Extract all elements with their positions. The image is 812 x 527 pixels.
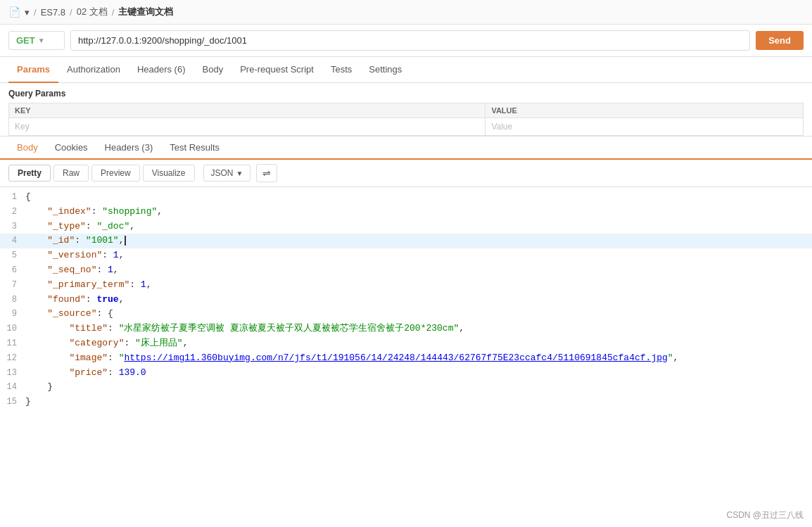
tab-authorization[interactable]: Authorization [58, 57, 129, 83]
breadcrumb-arrow[interactable]: ▾ [25, 7, 30, 18]
file-icon: 📄 [8, 6, 20, 18]
tab-tests[interactable]: Tests [322, 57, 360, 83]
breadcrumb-current: 主键查询文档 [118, 6, 173, 18]
code-line-11: 11 "category": "床上用品", [0, 336, 812, 351]
res-tab-cookies[interactable]: Cookies [46, 136, 96, 160]
res-tab-body[interactable]: Body [8, 136, 46, 160]
tab-pre-request[interactable]: Pre-request Script [231, 57, 322, 83]
code-line-2: 2 "_index": "shopping", [0, 205, 812, 220]
chevron-format-icon: ▼ [236, 170, 243, 177]
code-area[interactable]: 1 { 2 "_index": "shopping", 3 "_type": "… [0, 187, 812, 486]
query-params-title: Query Params [8, 89, 804, 99]
params-row-empty: Key Value [9, 118, 804, 136]
breadcrumb-root[interactable]: ES7.8 [41, 7, 65, 18]
tab-params[interactable]: Params [8, 57, 58, 83]
res-tab-test-results[interactable]: Test Results [161, 136, 228, 160]
url-input[interactable] [70, 30, 750, 51]
col-value: VALUE [486, 103, 804, 118]
tab-body[interactable]: Body [194, 57, 232, 83]
code-line-1: 1 { [0, 190, 812, 205]
code-line-10: 10 "title": "水星家纺被子夏季空调被 夏凉被夏天被子双人夏被被芯学生… [0, 322, 812, 336]
code-line-4: 4 "_id": "1001", [0, 234, 812, 248]
send-button[interactable]: Send [756, 31, 804, 50]
res-tab-headers[interactable]: Headers (3) [96, 136, 162, 160]
url-bar: GET ▼ Send [0, 25, 812, 57]
view-pretty[interactable]: Pretty [8, 165, 51, 182]
code-line-5: 5 "_version": 1, [0, 248, 812, 263]
breadcrumb: 📄 ▾ / ES7.8 / 02 文档 / 主键查询文档 [0, 0, 812, 25]
request-tabs: Params Authorization Headers (6) Body Pr… [0, 57, 812, 83]
chevron-down-icon: ▼ [38, 37, 45, 44]
code-line-8: 8 "found": true, [0, 293, 812, 307]
code-line-13: 13 "price": 139.0 [0, 366, 812, 381]
query-params-section: Query Params KEY VALUE Key Value [0, 83, 812, 136]
code-line-12: 12 "image": "https://img11.360buyimg.com… [0, 351, 812, 366]
col-key: KEY [9, 103, 486, 118]
watermark: CSDN @丑过三八线 [726, 509, 804, 521]
params-key-input[interactable]: Key [9, 118, 486, 136]
code-line-3: 3 "_type": "_doc", [0, 220, 812, 234]
response-toolbar: Pretty Raw Preview Visualize JSON ▼ ⇌ [0, 160, 812, 187]
format-dropdown[interactable]: JSON ▼ [203, 165, 251, 182]
format-label: JSON [211, 168, 234, 178]
view-visualize[interactable]: Visualize [143, 165, 195, 182]
tab-settings[interactable]: Settings [360, 57, 410, 83]
view-raw[interactable]: Raw [53, 165, 89, 182]
breadcrumb-folder[interactable]: 02 文档 [77, 6, 108, 18]
method-label: GET [16, 35, 35, 46]
code-line-15: 15 } [0, 395, 812, 409]
params-value-input[interactable]: Value [486, 118, 804, 136]
method-dropdown[interactable]: GET ▼ [8, 31, 65, 50]
code-line-7: 7 "_primary_term": 1, [0, 278, 812, 293]
code-line-9: 9 "_source": { [0, 307, 812, 322]
view-preview[interactable]: Preview [91, 165, 140, 182]
code-line-6: 6 "_seq_no": 1, [0, 263, 812, 278]
response-tabs: Body Cookies Headers (3) Test Results [0, 136, 812, 160]
params-table: KEY VALUE Key Value [8, 103, 804, 136]
code-line-14: 14 } [0, 380, 812, 395]
image-url-link[interactable]: https://img11.360buyimg.com/n7/jfs/t1/19… [124, 353, 667, 363]
filter-button[interactable]: ⇌ [256, 164, 277, 182]
tab-headers[interactable]: Headers (6) [129, 57, 194, 83]
